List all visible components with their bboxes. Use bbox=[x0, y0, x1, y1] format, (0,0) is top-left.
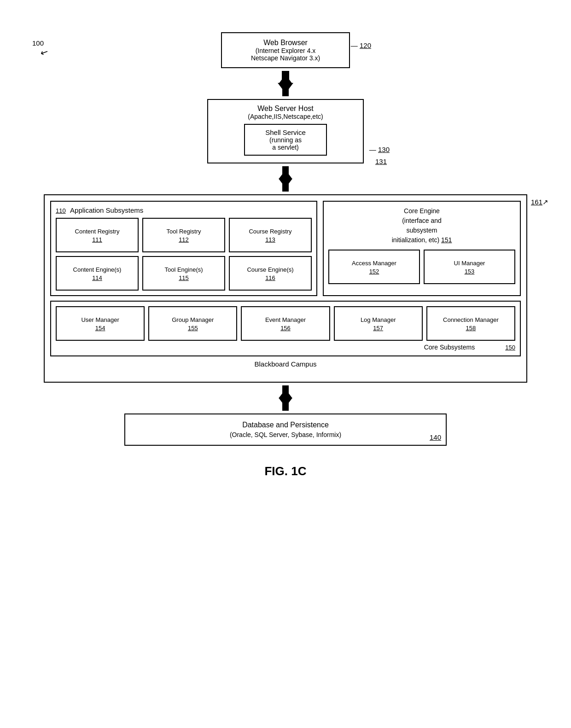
web-server-box: Web Server Host (Apache,IIS,Netscape,etc… bbox=[207, 99, 364, 163]
connection-manager-box: Connection Manager 158 bbox=[426, 306, 515, 341]
app-subsystems-label: Application Subsystems bbox=[70, 206, 143, 214]
content-registry-box: Content Registry 111 bbox=[56, 218, 139, 252]
web-browser-subtitle2: Netscape Navigator 3.x) bbox=[231, 54, 340, 62]
app-subsystems-box: 110 Application Subsystems Content Regis… bbox=[50, 201, 317, 296]
ui-manager-box: UI Manager 153 bbox=[424, 250, 515, 284]
database-box: Database and Persistence (Oracle, SQL Se… bbox=[124, 414, 447, 446]
group-manager-box: Group Manager 155 bbox=[148, 306, 237, 341]
database-id: 140 bbox=[430, 433, 441, 441]
shell-service-subtitle2: a servlet) bbox=[251, 144, 320, 151]
core-engine-text: Core Engine(interface andsubsysteminitia… bbox=[328, 206, 515, 245]
shell-service-label: Shell Service bbox=[251, 128, 320, 136]
app-subsystems-id: 110 bbox=[56, 207, 66, 214]
course-engine-box: Course Engine(s) 116 bbox=[229, 256, 312, 291]
web-server-subtitle: (Apache,IIS,Netscape,etc) bbox=[215, 113, 356, 120]
database-subtitle: (Oracle, SQL Server, Sybase, Informix) bbox=[134, 431, 437, 438]
access-manager-box: Access Manager 152 bbox=[328, 250, 420, 284]
arrow-3 bbox=[274, 385, 297, 411]
arrow-1 bbox=[274, 71, 297, 96]
web-server-label: Web Server Host bbox=[215, 105, 356, 113]
core-subsystems-box: User Manager 154 Group Manager 155 Event… bbox=[50, 301, 521, 356]
web-browser-label: Web Browser bbox=[231, 39, 340, 47]
web-browser-box: Web Browser (Internet Explorer 4.x Netsc… bbox=[221, 32, 350, 68]
course-registry-box: Course Registry 113 bbox=[229, 218, 312, 252]
database-label: Database and Persistence bbox=[134, 421, 437, 429]
tool-registry-box: Tool Registry 112 bbox=[142, 218, 225, 252]
core-subsystems-label: Core Subsystems 150 bbox=[56, 344, 515, 351]
shell-service-box: Shell Service (running as a servlet) bbox=[244, 124, 327, 156]
blackboard-id: 161↗ bbox=[531, 198, 548, 206]
event-manager-box: Event Manager 156 bbox=[241, 306, 330, 341]
log-manager-box: Log Manager 157 bbox=[334, 306, 423, 341]
arrow-2 bbox=[274, 166, 297, 192]
web-browser-id: — 120 bbox=[351, 41, 371, 49]
web-server-id: — 130 bbox=[369, 146, 390, 153]
shell-service-id: 131 bbox=[375, 157, 387, 165]
core-engine-box: Core Engine(interface andsubsysteminitia… bbox=[323, 201, 521, 296]
core-engine-grid: Access Manager 152 UI Manager 153 bbox=[328, 250, 515, 284]
content-engine-box: Content Engine(s) 114 bbox=[56, 256, 139, 291]
blackboard-campus-box: 161↗ 110 Application Subsystems Content … bbox=[44, 194, 527, 383]
blackboard-campus-label: Blackboard Campus bbox=[50, 360, 521, 368]
figure-label: FIG. 1C bbox=[264, 464, 306, 478]
core-subsystems-grid: User Manager 154 Group Manager 155 Event… bbox=[56, 306, 515, 341]
app-subsystems-grid: Content Registry 111 Tool Registry 112 C… bbox=[56, 218, 312, 291]
user-manager-box: User Manager 154 bbox=[56, 306, 145, 341]
shell-service-subtitle1: (running as bbox=[251, 136, 320, 144]
tool-engine-box: Tool Engine(s) 115 bbox=[142, 256, 225, 291]
web-browser-subtitle1: (Internet Explorer 4.x bbox=[231, 47, 340, 54]
